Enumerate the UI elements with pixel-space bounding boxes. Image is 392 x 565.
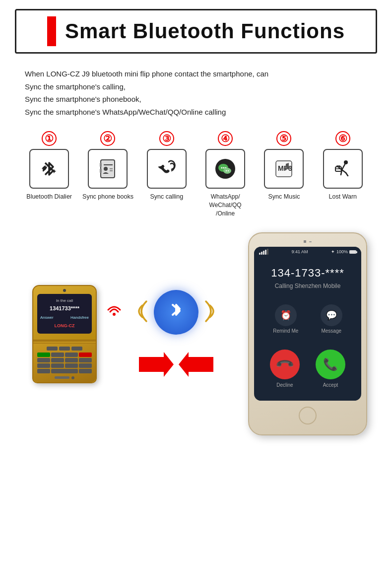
decline-phone-icon: 📞 xyxy=(274,354,295,375)
nav-key-1 xyxy=(47,347,58,351)
sound-waves-left xyxy=(131,296,149,328)
phone-screen: In the call 1341733**** Answer Handsfree… xyxy=(37,294,92,334)
key-hash xyxy=(79,369,92,373)
feature-label-3: Sync calling xyxy=(150,193,183,202)
sp-decline-group: 📞 Decline xyxy=(270,350,300,388)
phone-top: In the call 1341733**** Answer Handsfree… xyxy=(33,286,96,340)
center-content xyxy=(122,287,231,381)
arrows-row xyxy=(139,352,213,381)
svg-point-6 xyxy=(104,167,108,171)
key-6 xyxy=(79,358,92,362)
sp-call-screen: 134-1733-**** Calling Shenzhen Mobile ⏰ … xyxy=(254,257,361,350)
smartphone: 9:41 AM ✦ 100% 134-1733-**** xyxy=(248,232,367,435)
key-3 xyxy=(37,358,50,362)
wifi-signal-right xyxy=(104,300,124,324)
keypad-rows xyxy=(37,353,92,373)
feature-item-3: ③ Sync calling xyxy=(139,131,194,202)
key-8 xyxy=(51,363,64,368)
nav-row xyxy=(37,347,92,351)
page-wrapper: Smart Bluetooth Functions When LONG-CZ J… xyxy=(0,0,392,450)
feature-label-2: Sync phone books xyxy=(82,193,133,202)
feature-number-2: ② xyxy=(100,131,115,146)
feature-icon-wechat xyxy=(205,149,245,189)
header-deco xyxy=(47,16,56,46)
key-space xyxy=(51,369,78,373)
sp-home-row xyxy=(254,407,361,424)
description-section: When LONG-CZ J9 bluetooth mini flip phon… xyxy=(15,63,377,126)
key-star xyxy=(37,369,50,373)
desc-line-1: When LONG-CZ J9 bluetooth mini flip phon… xyxy=(25,68,367,80)
feature-number-4: ④ xyxy=(218,131,233,146)
desc-line-4: Sync the smartphone's WhatsApp/WeChat/QQ… xyxy=(25,106,367,119)
status-time: 9:41 AM xyxy=(291,249,308,254)
feature-icon-bluetooth: ✦ xyxy=(29,149,69,189)
small-phone-container: In the call 1341733**** Answer Handsfree… xyxy=(15,285,114,383)
feature-number-5: ⑤ xyxy=(276,131,291,146)
arrow-right xyxy=(139,352,174,381)
sp-calling-text: Calling Shenzhen Mobile xyxy=(262,282,353,289)
svg-point-24 xyxy=(113,313,116,316)
bottom-section: In the call 1341733**** Answer Handsfree… xyxy=(15,227,377,435)
message-icon: 💬 xyxy=(321,304,342,326)
header-section: Smart Bluetooth Functions xyxy=(15,9,377,54)
sp-accept-group: 📞 Accept xyxy=(316,350,345,388)
sp-camera-row xyxy=(254,240,361,243)
remind-label: Remind Me xyxy=(273,328,298,334)
key-4 xyxy=(51,358,64,362)
call-status: In the call xyxy=(40,298,89,304)
small-phone: In the call 1341733**** Answer Handsfree… xyxy=(32,285,97,383)
feature-number-3: ③ xyxy=(159,131,174,146)
phone-brand: LONG-CZ xyxy=(40,322,89,329)
svg-text:✦: ✦ xyxy=(51,167,57,175)
feature-icon-phonebook xyxy=(88,149,128,189)
accept-button[interactable]: 📞 xyxy=(316,350,345,379)
svg-rect-4 xyxy=(100,169,102,173)
sound-waves-right xyxy=(203,296,221,328)
btn-answer: Answer xyxy=(40,315,54,321)
svg-point-21 xyxy=(344,160,348,164)
features-grid: ① ✦ Bluetooth Dialier ② xyxy=(15,126,377,227)
sp-screen: 9:41 AM ✦ 100% 134-1733-**** xyxy=(254,247,361,401)
sp-phone-number: 134-1733-**** xyxy=(262,267,353,280)
svg-marker-26 xyxy=(179,352,213,377)
smartphone-container: 9:41 AM ✦ 100% 134-1733-**** xyxy=(238,232,377,435)
feature-item-4: ④ WhatsApp/WeChat/QQ/Online xyxy=(198,131,253,217)
feature-icon-music: MP3 xyxy=(264,149,304,189)
decline-label: Decline xyxy=(270,382,300,388)
accept-label: Accept xyxy=(316,382,345,388)
feature-item-6: ⑥ Lost Warn xyxy=(316,131,370,202)
phone-hinge xyxy=(33,340,96,344)
svg-point-16 xyxy=(228,170,229,171)
status-right: ✦ 100% xyxy=(331,249,356,254)
feature-item-5: ⑤ MP3 Sync Music xyxy=(257,131,311,202)
alarm-icon: ⏰ xyxy=(275,304,297,326)
svg-point-20 xyxy=(287,166,290,169)
sp-home-button[interactable] xyxy=(299,407,317,424)
svg-point-12 xyxy=(223,167,225,169)
sp-remind-btn[interactable]: ⏰ Remind Me xyxy=(273,304,298,334)
decline-button[interactable]: 📞 xyxy=(270,350,300,379)
sp-statusbar: 9:41 AM ✦ 100% xyxy=(254,247,361,257)
sp-message-btn[interactable]: 💬 Message xyxy=(321,304,342,334)
key-5 xyxy=(65,358,78,362)
svg-point-14 xyxy=(223,168,231,174)
call-btns: Answer Handsfree xyxy=(40,315,89,321)
key-7 xyxy=(37,363,50,368)
svg-rect-3 xyxy=(100,163,102,167)
svg-point-11 xyxy=(221,167,223,169)
feature-label-6: Lost Warn xyxy=(329,193,357,202)
signal-bars xyxy=(259,249,268,255)
battery-status: 100% xyxy=(336,249,348,254)
key-call xyxy=(37,353,50,357)
feature-item-1: ① ✦ Bluetooth Dialier xyxy=(22,131,76,202)
svg-point-15 xyxy=(226,170,227,171)
nav-key-3 xyxy=(71,347,82,351)
key-9 xyxy=(65,363,78,368)
key-1 xyxy=(51,353,64,357)
arrow-left xyxy=(179,352,213,381)
feature-icon-lostwarn xyxy=(323,149,363,189)
key-2 xyxy=(65,353,78,357)
feature-label-5: Sync Music xyxy=(268,193,300,202)
phone-bottom xyxy=(33,344,96,382)
feature-label-1: Bluetooth Dialier xyxy=(26,193,72,202)
